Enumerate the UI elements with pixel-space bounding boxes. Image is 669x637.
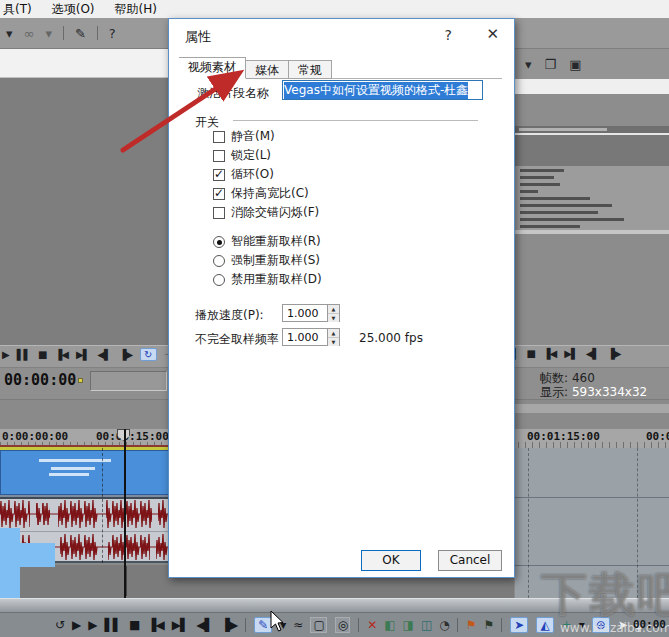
- zoom-tool-icon[interactable]: ◎: [335, 617, 350, 633]
- radio-circle[interactable]: [213, 236, 225, 248]
- binoculars-icon[interactable]: ∞: [24, 26, 35, 41]
- stop-icon[interactable]: ■: [129, 618, 139, 632]
- insert-region-icon[interactable]: ⚑: [484, 618, 494, 632]
- play-icon[interactable]: ▶: [88, 618, 96, 632]
- separator: [358, 618, 359, 632]
- prev-frame-icon[interactable]: ◀▌: [586, 348, 599, 359]
- menu-tools[interactable]: 具(T): [3, 1, 32, 18]
- loop-checkbox[interactable]: 循环(O): [213, 165, 319, 184]
- playback-rate-input[interactable]: 1.000 ▲ ▼: [282, 304, 340, 322]
- group-line: [233, 120, 478, 121]
- frames-value: 460: [572, 371, 595, 385]
- display-value: 593x334x32: [572, 385, 647, 399]
- go-to-end-icon[interactable]: ▶▌: [76, 349, 89, 360]
- resample-radios: 智能重新取样(R) 强制重新取样(S) 禁用重新取样(D): [213, 232, 322, 289]
- dropdown-icon[interactable]: ▾: [45, 26, 52, 41]
- paint-tool-icon[interactable]: ✎: [75, 26, 86, 41]
- playhead-line[interactable]: [124, 429, 126, 598]
- help-cursor-icon[interactable]: ?: [109, 26, 116, 41]
- disable-resample-radio[interactable]: 禁用重新取样(D): [213, 270, 322, 289]
- timecode-field[interactable]: [90, 371, 167, 391]
- go-to-end-icon[interactable]: ▶▌: [172, 618, 188, 632]
- undersample-label: 不完全取样频率: [195, 331, 279, 348]
- dropdown-icon[interactable]: ▾: [525, 57, 532, 72]
- stop-icon[interactable]: ■: [526, 348, 534, 359]
- normalize-icon[interactable]: ◔: [439, 618, 448, 632]
- loop-playback-icon[interactable]: ↻: [140, 348, 156, 361]
- menu-options[interactable]: 选项(O): [52, 1, 95, 18]
- separator: [501, 618, 502, 632]
- stop-icon[interactable]: ■: [38, 349, 46, 360]
- mouse-cursor: [270, 610, 286, 634]
- right-panel-strip: [515, 404, 669, 413]
- force-resample-radio[interactable]: 强制重新取样(S): [213, 251, 322, 270]
- go-to-end-icon[interactable]: ▶▌: [564, 348, 577, 359]
- tab-general[interactable]: 常规: [289, 60, 332, 79]
- spin-up-icon[interactable]: ▲: [328, 305, 339, 314]
- go-to-start-icon[interactable]: ▐◀: [55, 349, 68, 360]
- next-frame-icon[interactable]: ▐▶: [119, 349, 132, 360]
- prev-frame-icon[interactable]: ◀▌: [97, 349, 110, 360]
- reduce-interlace-flicker-checkbox[interactable]: 消除交错闪烁(F): [213, 203, 319, 222]
- spinner: ▲ ▼: [327, 305, 339, 321]
- dialog-title: 属性: [185, 28, 211, 46]
- help-button[interactable]: ?: [445, 27, 452, 43]
- envelope-tool-icon[interactable]: ≈: [293, 618, 302, 632]
- maintain-aspect-checkbox[interactable]: 保持高宽比(C): [213, 184, 319, 203]
- smart-resample-radio[interactable]: 智能重新取样(R): [213, 232, 322, 251]
- pause-icon[interactable]: ▌▌: [17, 349, 30, 360]
- background-window-edge: [0, 543, 55, 567]
- separator: [63, 26, 64, 40]
- menu-help[interactable]: 帮助(H): [115, 1, 157, 18]
- trim-start-icon[interactable]: ◧: [384, 618, 394, 632]
- clip-name-input[interactable]: Vegas中如何设置视频的格式-杜鑫: [282, 80, 483, 100]
- grid-line: [528, 448, 529, 598]
- save-icon[interactable]: ▣: [569, 57, 581, 72]
- right-panel: [515, 234, 669, 345]
- auto-ripple-icon[interactable]: ➤: [510, 617, 528, 633]
- separator: [97, 26, 98, 40]
- spin-up-icon[interactable]: ▲: [328, 329, 339, 338]
- checkbox-box[interactable]: [213, 207, 225, 219]
- checkbox-box[interactable]: [213, 169, 225, 181]
- undersample-value[interactable]: 1.000: [283, 329, 327, 345]
- go-to-start-icon[interactable]: ▐◀: [147, 618, 163, 632]
- play-icon[interactable]: ▶: [2, 349, 9, 360]
- split-event-icon[interactable]: ◫: [421, 618, 431, 632]
- insert-marker-icon[interactable]: ⚑: [466, 618, 476, 632]
- spin-down-icon[interactable]: ▼: [328, 338, 339, 346]
- ok-button[interactable]: OK: [361, 550, 421, 571]
- prev-frame-icon[interactable]: ◀▌: [196, 618, 212, 632]
- edit-cursor-line: [102, 448, 103, 563]
- dropdown-icon[interactable]: ▾: [6, 26, 13, 41]
- close-icon[interactable]: ✕: [486, 25, 499, 43]
- spinner: ▲ ▼: [327, 329, 339, 345]
- window-layout-icon[interactable]: ❐: [545, 57, 557, 72]
- radio-circle[interactable]: [213, 255, 225, 267]
- watermark-text: 下载吧: [541, 564, 669, 626]
- undersample-input[interactable]: 1.000 ▲ ▼: [282, 328, 340, 346]
- timeline-timecode: 00:00:00: [4, 371, 76, 389]
- pause-icon[interactable]: ▌▌: [105, 618, 121, 632]
- delete-icon[interactable]: ✕: [367, 618, 376, 632]
- right-toolbar: ▾❐▣: [515, 49, 669, 79]
- selection-tool-icon[interactable]: ▢: [310, 617, 326, 633]
- right-panel-strip: [515, 79, 669, 94]
- menu-bar: 具(T)选项(O)帮助(H): [0, 0, 669, 18]
- next-frame-icon[interactable]: ▐▶: [607, 348, 620, 359]
- separator: [245, 618, 246, 632]
- cancel-button[interactable]: Cancel: [438, 550, 502, 571]
- playback-rate-label: 播放速度(P):: [195, 307, 264, 324]
- clip-name-value: Vegas中如何设置视频的格式-杜鑫: [284, 82, 468, 99]
- marker-dot-icon: [78, 378, 83, 383]
- trim-end-icon[interactable]: ◨: [403, 618, 413, 632]
- fps-text: 25.000 fps: [359, 331, 423, 345]
- go-to-start-icon[interactable]: ▐◀: [543, 348, 556, 359]
- playback-rate-value[interactable]: 1.000: [283, 305, 327, 321]
- loop-playback-icon[interactable]: ↺: [55, 618, 64, 632]
- checkbox-box[interactable]: [213, 188, 225, 200]
- spin-down-icon[interactable]: ▼: [328, 314, 339, 322]
- play-from-start-icon[interactable]: ▶: [72, 618, 80, 632]
- next-frame-icon[interactable]: ▐▶: [221, 618, 237, 632]
- radio-circle[interactable]: [213, 274, 225, 286]
